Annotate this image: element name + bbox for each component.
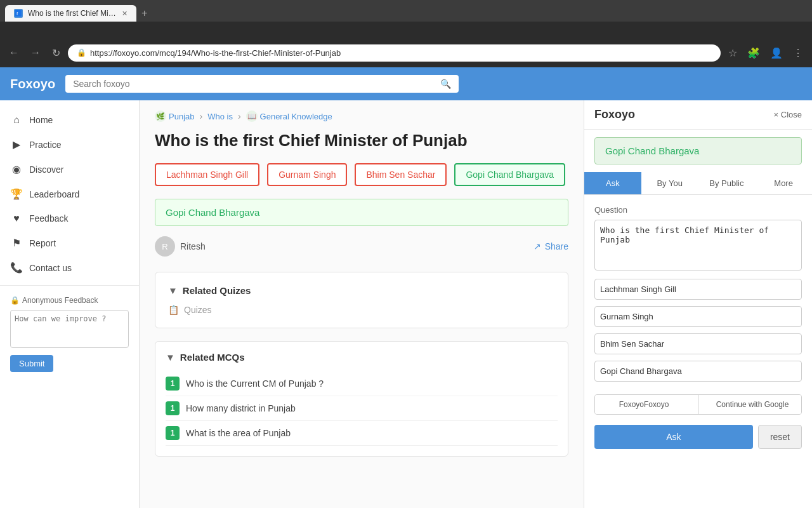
collapse-icon-2: ▼ bbox=[166, 352, 175, 363]
panel-title: Foxoyo bbox=[594, 108, 635, 121]
sidebar-label-feedback: Feedback bbox=[29, 213, 68, 224]
submit-button[interactable]: Submit bbox=[10, 355, 53, 372]
google-auth-button[interactable]: Continue with Google bbox=[704, 395, 801, 414]
related-mcqs-header[interactable]: ▼ Related MCQs bbox=[166, 352, 558, 363]
breadcrumb-who-label: Who is bbox=[207, 112, 233, 121]
sidebar-item-practice[interactable]: ▶Practice bbox=[0, 132, 139, 157]
panel-close-button[interactable]: × Close bbox=[774, 110, 802, 119]
related-quizes-header[interactable]: ▼ Related Quizes bbox=[168, 285, 555, 296]
answer-box: Gopi Chand Bhargava bbox=[155, 199, 568, 226]
report-icon: ⚑ bbox=[10, 237, 23, 249]
search-bar[interactable]: 🔍 bbox=[65, 75, 459, 93]
option-gurnam[interactable]: Gurnam Singh bbox=[267, 163, 347, 186]
refresh-button[interactable]: ↻ bbox=[48, 44, 64, 62]
tab-you[interactable]: By You bbox=[641, 172, 698, 194]
punjab-icon: 🌿 bbox=[155, 110, 166, 122]
tab-public[interactable]: By Public bbox=[698, 172, 756, 194]
back-button[interactable]: ← bbox=[5, 44, 23, 61]
leaderboard-icon: 🏆 bbox=[10, 188, 23, 200]
feedback-icon: ♥ bbox=[10, 213, 23, 224]
sidebar-item-report[interactable]: ⚑Report bbox=[0, 231, 139, 255]
sidebar-item-contact[interactable]: 📞Contact us bbox=[0, 255, 139, 280]
practice-icon: ▶ bbox=[10, 138, 23, 150]
url-text: https://foxoyo.com/mcq/194/Who-is-the-fi… bbox=[90, 48, 712, 58]
panel-answer-input-0[interactable] bbox=[594, 279, 802, 300]
breadcrumb-punjab-label: Punjab bbox=[169, 112, 194, 121]
mcq-num-1: 1 bbox=[166, 401, 180, 415]
feedback-textarea[interactable] bbox=[10, 310, 129, 348]
breadcrumb: 🌿 Punjab › Who is › 📖 General Knowledge bbox=[155, 110, 568, 122]
menu-icon[interactable]: ⋮ bbox=[789, 46, 807, 60]
share-icon: ↗ bbox=[534, 241, 541, 251]
user-avatar: R bbox=[155, 236, 175, 257]
tab-close-button[interactable]: ✕ bbox=[122, 10, 128, 18]
foxoyo-auth-button[interactable]: FoxoyoFoxoyo bbox=[595, 395, 693, 414]
mcq-item-1[interactable]: 1How many district in Punjab bbox=[166, 396, 558, 421]
panel-tabs: Ask By You By Public More bbox=[584, 172, 812, 195]
forward-button[interactable]: → bbox=[27, 44, 44, 61]
quizes-label: Quizes bbox=[184, 305, 212, 315]
lock-icon: 🔒 bbox=[10, 296, 20, 305]
user-bar: R Ritesh ↗ Share bbox=[155, 236, 568, 257]
option-gopi[interactable]: Gopi Chand Bhargava bbox=[454, 163, 565, 186]
profile-icon[interactable]: 👤 bbox=[766, 46, 787, 60]
sidebar-label-contact: Contact us bbox=[29, 263, 72, 273]
home-icon: ⌂ bbox=[10, 114, 23, 126]
option-bhim[interactable]: Bhim Sen Sachar bbox=[355, 163, 447, 186]
breadcrumb-sep-1: › bbox=[199, 111, 202, 121]
ask-button[interactable]: Ask bbox=[594, 425, 753, 449]
collapse-icon: ▼ bbox=[168, 285, 178, 296]
extensions-icon[interactable]: 🧩 bbox=[743, 46, 764, 60]
sidebar-label-home: Home bbox=[29, 115, 53, 125]
tab-ask[interactable]: Ask bbox=[584, 172, 641, 194]
breadcrumb-gk-label: General Knowledge bbox=[260, 112, 332, 121]
mcq-text-1: How many district in Punjab bbox=[186, 403, 296, 413]
panel-answer-input-1[interactable] bbox=[594, 306, 802, 327]
anon-feedback-title: 🔒 Anonymous Feedback bbox=[10, 296, 129, 305]
reset-button[interactable]: reset bbox=[758, 425, 802, 449]
logo[interactable]: Foxoyo bbox=[10, 77, 55, 91]
mcq-num-2: 1 bbox=[166, 426, 180, 440]
quizes-placeholder: 📋 Quizes bbox=[168, 305, 555, 315]
tab-title: Who is the first Chief Minister of bbox=[28, 9, 117, 18]
sidebar-item-leaderboard[interactable]: 🏆Leaderboard bbox=[0, 182, 139, 206]
panel-answer-input-3[interactable] bbox=[594, 361, 802, 382]
auth-divider bbox=[698, 395, 698, 414]
panel-answer-input-2[interactable] bbox=[594, 333, 802, 354]
contact-icon: 📞 bbox=[10, 262, 23, 274]
mcq-num-0: 1 bbox=[166, 377, 180, 391]
sidebar-item-feedback[interactable]: ♥Feedback bbox=[0, 206, 139, 231]
sidebar-item-home[interactable]: ⌂Home bbox=[0, 108, 139, 132]
breadcrumb-gk[interactable]: 📖 General Knowledge bbox=[246, 110, 332, 122]
breadcrumb-sep-2: › bbox=[238, 111, 241, 121]
mcq-text-0: Who is the Current CM of Punjab ? bbox=[186, 378, 324, 389]
related-quizes-section: ▼ Related Quizes 📋 Quizes bbox=[155, 272, 568, 328]
sidebar-label-leaderboard: Leaderboard bbox=[29, 189, 79, 199]
option-lachhman[interactable]: Lachhman Singh Gill bbox=[155, 163, 259, 186]
options-container: Lachhman Singh Gill Gurnam Singh Bhim Se… bbox=[155, 163, 568, 186]
sidebar-label-report: Report bbox=[29, 238, 56, 248]
mcq-text-2: What is the area of Punjab bbox=[186, 428, 291, 438]
auth-buttons: FoxoyoFoxoyo Continue with Google bbox=[594, 394, 802, 415]
mcq-item-2[interactable]: 1What is the area of Punjab bbox=[166, 421, 558, 446]
panel-question-textarea[interactable] bbox=[594, 220, 802, 271]
gk-icon: 📖 bbox=[246, 110, 258, 122]
panel-header: Foxoyo × Close bbox=[584, 100, 812, 130]
new-tab-button[interactable]: + bbox=[136, 5, 152, 22]
search-input[interactable] bbox=[73, 79, 440, 89]
mcq-item-0[interactable]: 1Who is the Current CM of Punjab ? bbox=[166, 371, 558, 396]
related-mcqs-section: ▼ Related MCQs 1Who is the Current CM of… bbox=[155, 341, 568, 457]
breadcrumb-who[interactable]: Who is bbox=[207, 112, 233, 121]
panel-answer-badge: Gopi Chand Bhargava bbox=[594, 137, 802, 164]
breadcrumb-punjab[interactable]: 🌿 Punjab bbox=[155, 110, 194, 122]
sidebar-item-discover[interactable]: ◉Discover bbox=[0, 157, 139, 182]
browser-tab[interactable]: f Who is the first Chief Minister of ✕ bbox=[5, 5, 136, 22]
question-field-label: Question bbox=[594, 205, 802, 215]
bookmark-icon[interactable]: ☆ bbox=[724, 46, 741, 60]
share-button[interactable]: ↗ Share bbox=[534, 241, 568, 251]
address-bar[interactable]: 🔒 https://foxoyo.com/mcq/194/Who-is-the-… bbox=[68, 44, 721, 62]
tab-more[interactable]: More bbox=[755, 172, 812, 194]
user-name: Ritesh bbox=[180, 241, 206, 251]
tab-favicon: f bbox=[14, 9, 23, 18]
mcq-list: 1Who is the Current CM of Punjab ?1How m… bbox=[166, 371, 558, 446]
